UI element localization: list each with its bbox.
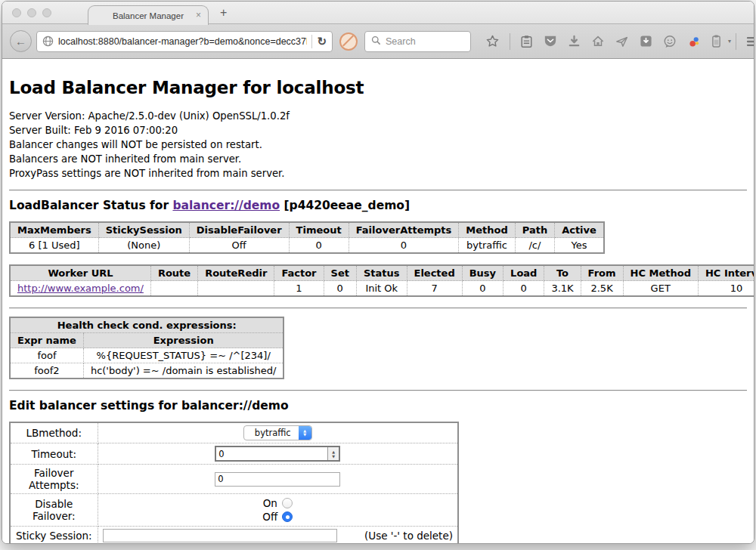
table-cell: 6 [1 Used] — [10, 238, 98, 254]
lbmethod-select[interactable]: bytraffic ▲▼ — [243, 425, 312, 440]
table-row: 6 [1 Used](None)Off00bytraffic/c/Yes — [10, 238, 604, 254]
chevron-down-icon[interactable]: ▾ — [728, 38, 731, 45]
browser-window: Balancer Manager × + ← localhost:8880/ba… — [2, 1, 754, 544]
column-header: Load — [503, 265, 544, 281]
toolbar-icons: ▾ — [480, 33, 754, 50]
table-cell: 0 — [324, 281, 356, 297]
forum-smiley-icon[interactable] — [663, 35, 677, 48]
table-cell — [150, 281, 197, 297]
balancer-settings-form: LBmethod: bytraffic ▲▼ Timeout: ▲▼ — [9, 422, 459, 543]
divider — [9, 190, 747, 191]
page-content: Load Balancer Manager for localhost Serv… — [2, 59, 754, 543]
search-bar[interactable]: Search — [364, 31, 471, 52]
table-row: foof%{REQUEST_STATUS} =~ /^[234]/ — [10, 348, 284, 363]
lbmethod-label: LBmethod: — [10, 422, 98, 443]
status-heading-prefix: LoadBalancer Status for — [9, 199, 172, 212]
server-info-line: Server Built: Feb 9 2016 07:00:20 — [9, 123, 747, 138]
search-placeholder: Search — [386, 36, 416, 47]
select-arrows-icon: ▲▼ — [299, 426, 311, 440]
page-title: Load Balancer Manager for localhost — [9, 59, 747, 97]
column-header: Route — [150, 265, 197, 281]
reading-list-icon[interactable] — [520, 35, 533, 48]
urlbar-divider — [311, 35, 312, 48]
new-tab-button[interactable]: + — [220, 6, 227, 20]
minimize-window-button[interactable] — [27, 8, 36, 17]
failover-attempts-input[interactable] — [215, 472, 340, 487]
server-info: Server Version: Apache/2.5.0-dev (Unix) … — [9, 109, 747, 181]
edit-settings-heading: Edit balancer settings for balancer://de… — [9, 399, 747, 412]
send-tab-icon[interactable] — [615, 35, 629, 48]
worker-table-header-row: Worker URLRouteRouteRedirFactorSetStatus… — [10, 265, 754, 281]
pocket-icon[interactable] — [544, 35, 557, 48]
table-cell: hc('body') =~ /domain is established/ — [83, 363, 284, 379]
toolbar-divider — [510, 33, 510, 50]
worker-table: Worker URLRouteRouteRedirFactorSetStatus… — [9, 264, 754, 297]
column-header: To — [544, 265, 581, 281]
table-cell: foof — [10, 348, 83, 363]
sticky-session-input[interactable] — [103, 529, 337, 542]
health-table-title: Health check cond. expressions: — [10, 317, 284, 333]
table-cell: http://www.example.com/ — [10, 281, 150, 297]
health-table-header-row: Expr nameExpression — [10, 333, 284, 348]
disable-failover-off-radio[interactable] — [282, 511, 293, 522]
table-cell: 1 — [274, 281, 324, 297]
balancer-table-header-row: MaxMembersStickySessionDisableFailoverTi… — [10, 222, 604, 238]
number-spinner-icon[interactable]: ▲▼ — [327, 447, 339, 460]
disable-failover-on-radio[interactable] — [282, 498, 293, 508]
content-blocker-icon[interactable] — [339, 32, 358, 51]
health-check-table: Health check cond. expressions: Expr nam… — [9, 317, 284, 379]
divider — [9, 307, 747, 309]
server-info-line: Balancers are NOT inherited from main se… — [9, 152, 747, 166]
tab-title: Balancer Manager — [113, 11, 184, 20]
zoom-window-button[interactable] — [42, 8, 51, 17]
window-controls[interactable] — [12, 8, 51, 17]
column-header: Expr name — [10, 333, 83, 348]
back-button[interactable]: ← — [10, 30, 32, 52]
timeout-input[interactable] — [216, 447, 327, 460]
titlebar: Balancer Manager × + — [2, 2, 754, 24]
server-info-line: Server Version: Apache/2.5.0-dev (Unix) … — [9, 109, 747, 123]
battery-clipboard-icon[interactable] — [711, 34, 721, 48]
table-cell: Yes — [555, 238, 604, 254]
column-header: RouteRedir — [198, 265, 274, 281]
table-cell: foof2 — [10, 363, 83, 379]
table-cell: 3.1K — [544, 281, 581, 297]
column-header: Expression — [83, 333, 284, 348]
downloads-icon[interactable] — [568, 35, 581, 48]
balancer-demo-link[interactable]: balancer://demo — [172, 199, 280, 212]
table-cell: %{REQUEST_STATUS} =~ /^[234]/ — [83, 348, 284, 363]
color-palette-icon[interactable] — [687, 35, 701, 48]
sticky-session-label: Sticky Session: — [10, 527, 98, 544]
table-cell: 0 — [503, 281, 544, 297]
tab-close-icon[interactable]: × — [196, 10, 201, 20]
column-header: Worker URL — [10, 265, 150, 281]
url-text[interactable]: localhost:8880/balancer-manager?b=demo&n… — [58, 36, 307, 47]
column-header: DisableFailover — [189, 222, 289, 238]
home-icon[interactable] — [591, 35, 605, 48]
column-header: Status — [356, 265, 407, 281]
table-cell: (None) — [98, 238, 189, 254]
column-header: HC Interval — [698, 265, 754, 281]
column-header: HC Method — [623, 265, 698, 281]
table-cell: 0 — [349, 238, 459, 254]
lbmethod-selected-value: bytraffic — [244, 426, 299, 440]
url-bar[interactable]: localhost:8880/balancer-manager?b=demo&n… — [36, 31, 333, 52]
close-window-button[interactable] — [12, 8, 21, 17]
table-cell: Init Ok — [356, 281, 407, 297]
table-cell: 0 — [462, 281, 503, 297]
column-header: Factor — [274, 265, 324, 281]
search-icon — [371, 35, 381, 48]
table-cell: 7 — [407, 281, 462, 297]
tab-balancer-manager[interactable]: Balancer Manager × — [88, 5, 209, 25]
column-header: From — [581, 265, 623, 281]
table-cell — [198, 281, 274, 297]
disable-failover-label: Disable Failover: — [10, 494, 98, 527]
reload-icon[interactable]: ↻ — [317, 35, 327, 48]
table-cell: bytraffic — [459, 238, 515, 254]
timeout-input-wrap: ▲▼ — [215, 446, 340, 462]
bookmark-star-icon[interactable] — [485, 34, 500, 48]
save-square-icon[interactable] — [640, 35, 652, 48]
worker-url-link[interactable]: http://www.example.com/ — [17, 283, 144, 294]
column-header: Set — [324, 265, 356, 281]
menu-icon[interactable] — [746, 36, 754, 47]
